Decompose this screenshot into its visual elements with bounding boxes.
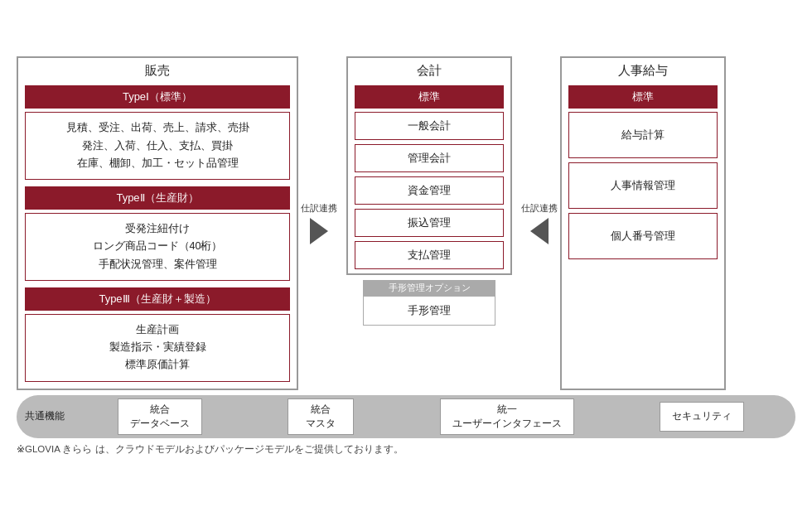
- outer-wrapper: 販売 TypeⅠ（標準） 見積、受注、出荷、売上、請求、売掛発注、入荷、仕入、支…: [17, 48, 795, 458]
- type1-text: 見積、受注、出荷、売上、請求、売掛発注、入荷、仕入、支払、買掛在庫、棚卸、加工・…: [66, 122, 249, 169]
- bottom-item-2: 統一ユーザーインタフェース: [440, 398, 574, 435]
- kaikei-wrapper: 会計 標準 一般会計 管理会計 資金管理 振込管理 支払管理 手形管理オプション…: [346, 56, 512, 389]
- type1-content: 見積、受注、出荷、売上、請求、売掛発注、入荷、仕入、支払、買掛在庫、棚卸、加工・…: [25, 112, 290, 180]
- bottom-item-0: 統合データベース: [118, 398, 202, 435]
- diagram: 販売 TypeⅠ（標準） 見積、受注、出荷、売上、請求、売掛発注、入荷、仕入、支…: [17, 56, 795, 455]
- jinji-header: 人事給与: [562, 58, 724, 82]
- jinji-item-1: 人事情報管理: [568, 162, 718, 209]
- kaikei-item-3: 振込管理: [355, 209, 504, 237]
- type2-header: TypeⅡ（生産財）: [25, 186, 290, 210]
- bottom-item-1: 統合マスタ: [288, 398, 354, 435]
- arrow-left-icon: [530, 218, 549, 244]
- jinji-std-label: 標準: [568, 85, 718, 109]
- bottom-item-2-text: 統一ユーザーインタフェース: [452, 403, 562, 431]
- kaikei-item-1: 管理会計: [355, 144, 504, 172]
- arrow-right-icon: [310, 218, 328, 244]
- type3-header: TypeⅢ（生産財＋製造）: [25, 287, 290, 311]
- columns-row: 販売 TypeⅠ（標準） 見積、受注、出荷、売上、請求、売掛発注、入荷、仕入、支…: [17, 56, 795, 389]
- type1-header: TypeⅠ（標準）: [25, 85, 290, 109]
- jinji-item-2: 個人番号管理: [568, 213, 718, 259]
- left-connector: 仕訳連携: [298, 56, 340, 389]
- col-kaikei: 会計 標準 一般会計 管理会計 資金管理 振込管理 支払管理: [346, 56, 512, 275]
- bottom-ellipse: 共通機能 統合データベース 統合マスタ 統一ユーザーインタフェース セキュリティ: [17, 395, 795, 438]
- hanbai-header: 販売: [18, 58, 297, 82]
- option-box-wrapper: 手形管理オプション 手形管理: [346, 280, 512, 326]
- footer-note: ※GLOVIA きらら は、クラウドモデルおよびパッケージモデルをご提供しており…: [17, 443, 795, 456]
- col-hanbai: 販売 TypeⅠ（標準） 見積、受注、出荷、売上、請求、売掛発注、入荷、仕入、支…: [17, 56, 298, 389]
- kaikei-std-label: 標準: [355, 85, 504, 109]
- shared-label: 共通機能: [25, 409, 65, 423]
- type2-text: 受発注紐付けロング商品コード（40桁）手配状況管理、案件管理: [93, 223, 223, 270]
- option-item: 手形管理: [363, 296, 495, 326]
- bottom-item-3-text: セキュリティ: [672, 409, 732, 423]
- type2-content: 受発注紐付けロング商品コード（40桁）手配状況管理、案件管理: [25, 213, 290, 281]
- bottom-item-1-text: 統合マスタ: [306, 403, 336, 431]
- jinji-item-0: 給与計算: [568, 112, 718, 158]
- type3-content: 生産計画製造指示・実績登録標準原価計算: [25, 314, 290, 382]
- kaikei-header: 会計: [348, 58, 510, 82]
- kaikei-item-2: 資金管理: [355, 176, 504, 205]
- kaikei-item-0: 一般会計: [355, 112, 504, 140]
- type3-text: 生産計画製造指示・実績登録標準原価計算: [109, 324, 206, 371]
- left-connector-label: 仕訳連携: [301, 202, 337, 215]
- bottom-bar-wrapper: 共通機能 統合データベース 統合マスタ 統一ユーザーインタフェース セキュリティ: [17, 395, 795, 438]
- right-connector-label: 仕訳連携: [521, 202, 558, 215]
- right-connector: 仕訳連携: [519, 56, 560, 389]
- option-label: 手形管理オプション: [363, 280, 495, 296]
- bottom-item-0-text: 統合データベース: [130, 403, 190, 431]
- bottom-items: 統合データベース 統合マスタ 統一ユーザーインタフェース セキュリティ: [25, 398, 787, 435]
- kaikei-item-4: 支払管理: [355, 241, 504, 269]
- col-jinji: 人事給与 標準 給与計算 人事情報管理 個人番号管理: [560, 56, 726, 389]
- bottom-item-3: セキュリティ: [660, 402, 744, 432]
